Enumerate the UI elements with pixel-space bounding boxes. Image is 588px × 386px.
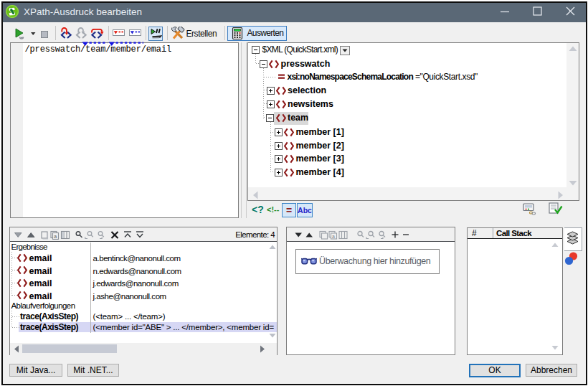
svg-text:a: a: [332, 234, 335, 239]
